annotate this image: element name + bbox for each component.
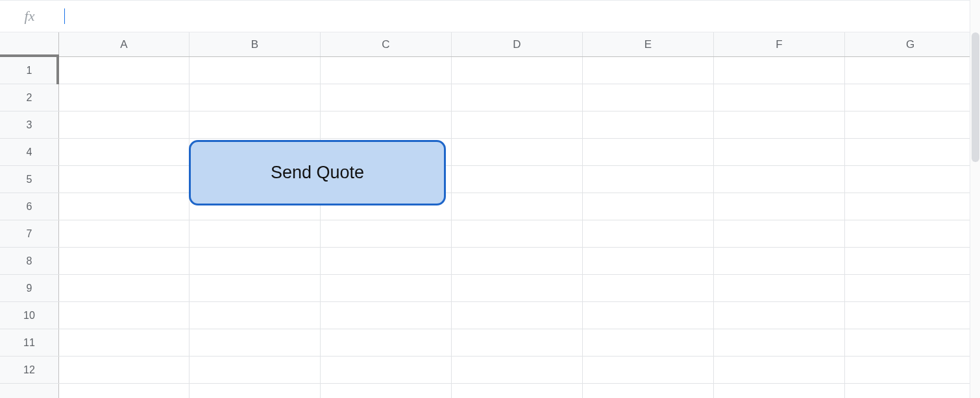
cell[interactable] <box>59 248 190 274</box>
cell[interactable] <box>845 329 976 356</box>
cell[interactable] <box>321 275 452 301</box>
cell[interactable] <box>714 302 845 329</box>
formula-input[interactable] <box>65 1 980 32</box>
cell[interactable] <box>845 139 976 165</box>
cell[interactable] <box>321 84 452 111</box>
cell[interactable] <box>452 248 583 274</box>
column-header-c[interactable]: C <box>321 32 452 56</box>
cell[interactable] <box>452 275 583 301</box>
cell[interactable] <box>583 302 714 329</box>
cell[interactable] <box>190 111 321 138</box>
cell[interactable] <box>59 139 190 165</box>
cell[interactable] <box>452 57 583 84</box>
column-header-e[interactable]: E <box>583 32 714 56</box>
cell[interactable] <box>452 302 583 329</box>
cell[interactable] <box>321 57 452 84</box>
cell[interactable] <box>714 329 845 356</box>
send-quote-button[interactable]: Send Quote <box>189 140 446 205</box>
cell[interactable] <box>321 248 452 274</box>
cell[interactable] <box>845 302 976 329</box>
cell[interactable] <box>321 220 452 247</box>
cell[interactable] <box>714 275 845 301</box>
cell[interactable] <box>583 248 714 274</box>
cell[interactable] <box>845 275 976 301</box>
cell[interactable] <box>583 139 714 165</box>
row-header-4[interactable]: 4 <box>0 139 59 165</box>
cell[interactable] <box>321 111 452 138</box>
cell[interactable] <box>190 329 321 356</box>
cell[interactable] <box>583 384 714 398</box>
cell[interactable] <box>583 329 714 356</box>
cell[interactable] <box>452 193 583 220</box>
cell[interactable] <box>59 111 190 138</box>
cell[interactable] <box>59 329 190 356</box>
cell[interactable] <box>583 275 714 301</box>
column-header-f[interactable]: F <box>714 32 845 56</box>
scrollbar-thumb[interactable] <box>972 32 979 162</box>
cell[interactable] <box>59 357 190 383</box>
cell[interactable] <box>59 84 190 111</box>
cell[interactable] <box>190 84 321 111</box>
cell[interactable] <box>59 193 190 220</box>
cell[interactable] <box>190 248 321 274</box>
column-header-d[interactable]: D <box>452 32 583 56</box>
cell[interactable] <box>714 111 845 138</box>
cell[interactable] <box>321 302 452 329</box>
cell[interactable] <box>714 84 845 111</box>
cell[interactable] <box>452 166 583 193</box>
column-header-g[interactable]: G <box>845 32 976 56</box>
cell[interactable] <box>714 57 845 84</box>
cell[interactable] <box>845 84 976 111</box>
cell[interactable] <box>452 329 583 356</box>
cell[interactable] <box>714 139 845 165</box>
cell[interactable] <box>190 302 321 329</box>
cell[interactable] <box>452 220 583 247</box>
cell[interactable] <box>452 139 583 165</box>
row-header-6[interactable]: 6 <box>0 193 59 220</box>
cell[interactable] <box>583 220 714 247</box>
row-header-12[interactable]: 12 <box>0 357 59 383</box>
row-header-1[interactable]: 1 <box>0 57 59 84</box>
cell[interactable] <box>845 220 976 247</box>
cell[interactable] <box>59 275 190 301</box>
cell[interactable] <box>452 111 583 138</box>
row-header-3[interactable]: 3 <box>0 111 59 138</box>
cell[interactable] <box>321 357 452 383</box>
cell[interactable] <box>845 166 976 193</box>
cell[interactable] <box>583 57 714 84</box>
cell[interactable] <box>190 275 321 301</box>
cell[interactable] <box>59 166 190 193</box>
cell[interactable] <box>59 384 190 398</box>
cell[interactable] <box>321 329 452 356</box>
row-header-8[interactable]: 8 <box>0 248 59 274</box>
cell[interactable] <box>714 166 845 193</box>
cell[interactable] <box>845 111 976 138</box>
row-header-13[interactable] <box>0 384 59 398</box>
row-header-11[interactable]: 11 <box>0 329 59 356</box>
cell[interactable] <box>714 193 845 220</box>
cell[interactable] <box>583 166 714 193</box>
row-header-2[interactable]: 2 <box>0 84 59 111</box>
cell[interactable] <box>583 84 714 111</box>
cell[interactable] <box>714 384 845 398</box>
cell[interactable] <box>321 384 452 398</box>
cell[interactable] <box>59 302 190 329</box>
cell[interactable] <box>714 248 845 274</box>
row-header-10[interactable]: 10 <box>0 302 59 329</box>
cell[interactable] <box>190 220 321 247</box>
cell[interactable] <box>583 193 714 220</box>
cell[interactable] <box>583 357 714 383</box>
cell[interactable] <box>190 357 321 383</box>
cell[interactable] <box>714 220 845 247</box>
cell[interactable] <box>583 111 714 138</box>
cell[interactable] <box>845 57 976 84</box>
cell[interactable] <box>845 248 976 274</box>
cell[interactable] <box>59 220 190 247</box>
cell[interactable] <box>190 57 321 84</box>
cell[interactable] <box>714 357 845 383</box>
cell[interactable] <box>59 57 190 84</box>
column-header-b[interactable]: B <box>190 32 321 56</box>
cell[interactable] <box>845 357 976 383</box>
vertical-scrollbar[interactable]: ▲ <box>970 0 980 398</box>
cell[interactable] <box>845 384 976 398</box>
